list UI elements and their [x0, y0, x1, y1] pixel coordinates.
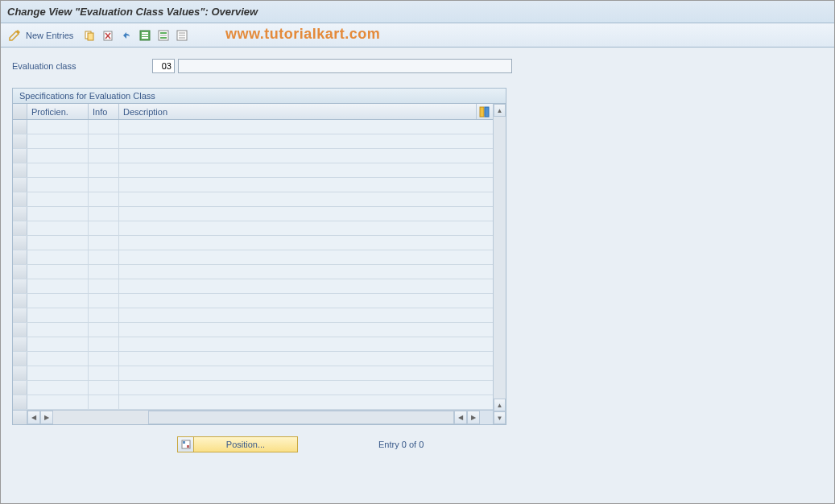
- title-bar: Change View "Evaluation Class Values": O…: [1, 1, 834, 23]
- svg-rect-16: [179, 37, 185, 39]
- row-selector[interactable]: [13, 120, 27, 134]
- specifications-panel: Specifications for Evaluation Class Prof…: [12, 88, 506, 425]
- vertical-scrollbar: ▲ ▲ ▼: [493, 104, 506, 424]
- row-selector[interactable]: [13, 134, 27, 148]
- row-selector[interactable]: [13, 381, 27, 395]
- table-row: [13, 134, 493, 149]
- table-row: [13, 337, 493, 352]
- row-selector[interactable]: [13, 366, 27, 380]
- change-icon[interactable]: [7, 28, 22, 43]
- row-selector[interactable]: [13, 337, 27, 351]
- table-row: [13, 308, 493, 323]
- table-row: [13, 250, 493, 265]
- cell-description[interactable]: [119, 120, 493, 134]
- svg-rect-8: [142, 37, 148, 39]
- svg-rect-6: [142, 32, 148, 34]
- table-row: [13, 149, 493, 163]
- cell-info[interactable]: [89, 120, 119, 134]
- vscroll-up-icon[interactable]: ▲: [494, 104, 506, 117]
- table-row: [13, 294, 493, 308]
- table-row: [13, 366, 493, 381]
- svg-rect-17: [480, 107, 484, 117]
- select-block-icon[interactable]: [156, 28, 171, 43]
- window-title: Change View "Evaluation Class Values": O…: [7, 6, 258, 18]
- row-selector[interactable]: [13, 207, 27, 221]
- vscroll-up2-icon[interactable]: ▲: [494, 399, 506, 411]
- svg-rect-20: [183, 441, 185, 444]
- new-entries-button[interactable]: New Entries: [26, 31, 73, 40]
- row-selector[interactable]: [13, 265, 27, 279]
- table-row: [13, 395, 493, 410]
- svg-rect-1: [88, 33, 93, 40]
- column-header-info[interactable]: Info: [89, 104, 119, 119]
- table-row: [13, 163, 493, 178]
- table-row: [13, 352, 493, 366]
- table-row: [13, 279, 493, 294]
- table-row: [13, 178, 493, 192]
- row-selector[interactable]: [13, 323, 27, 337]
- row-selector[interactable]: [13, 192, 27, 206]
- footer-row: Position... Entry 0 of 0: [12, 436, 823, 452]
- svg-rect-10: [160, 32, 167, 34]
- row-selector[interactable]: [13, 352, 27, 366]
- hscroll-left2-icon[interactable]: ◀: [454, 411, 467, 424]
- row-selector[interactable]: [13, 178, 27, 192]
- hscroll-left-icon[interactable]: ◀: [27, 411, 40, 424]
- copy-icon[interactable]: [82, 28, 97, 43]
- evaluation-class-row: Evaluation class: [12, 59, 823, 73]
- delete-icon[interactable]: [101, 28, 115, 43]
- data-grid: Proficien. Info Description: [13, 104, 506, 424]
- row-selector[interactable]: [13, 236, 27, 250]
- watermark-text: www.tutorialkart.com: [225, 26, 380, 43]
- table-row: [13, 221, 493, 236]
- row-selector[interactable]: [13, 395, 27, 409]
- undo-icon[interactable]: [119, 28, 134, 43]
- deselect-icon[interactable]: [175, 28, 189, 43]
- table-row: [13, 120, 493, 134]
- horizontal-scrollbar: ◀ ▶ ◀ ▶: [13, 410, 493, 424]
- svg-rect-18: [485, 107, 489, 117]
- select-all-header[interactable]: [13, 104, 27, 119]
- grid-body: [13, 120, 493, 410]
- select-all-icon[interactable]: [138, 28, 152, 43]
- vscroll-down-icon[interactable]: ▼: [494, 411, 506, 424]
- position-button[interactable]: Position...: [177, 436, 298, 452]
- svg-rect-11: [160, 35, 167, 36]
- row-selector[interactable]: [13, 279, 27, 293]
- panel-title: Specifications for Evaluation Class: [13, 89, 506, 104]
- hscroll-right-icon[interactable]: ▶: [40, 411, 53, 424]
- svg-rect-21: [187, 445, 189, 448]
- row-selector[interactable]: [13, 308, 27, 322]
- entry-status-text: Entry 0 of 0: [378, 440, 424, 449]
- grid-header-row: Proficien. Info Description: [13, 104, 493, 120]
- row-selector[interactable]: [13, 149, 27, 163]
- column-header-description[interactable]: Description: [119, 104, 477, 119]
- table-row: [13, 323, 493, 337]
- row-selector[interactable]: [13, 163, 27, 177]
- toolbar: New Entries: [1, 23, 834, 48]
- table-row: [13, 265, 493, 279]
- vscroll-track[interactable]: [494, 117, 506, 399]
- row-selector[interactable]: [13, 294, 27, 308]
- evaluation-class-label: Evaluation class: [12, 61, 149, 71]
- svg-rect-12: [160, 37, 167, 39]
- table-settings-icon[interactable]: [477, 104, 493, 119]
- cell-proficiency[interactable]: [27, 120, 89, 134]
- svg-rect-14: [179, 32, 185, 34]
- position-button-label: Position...: [194, 440, 297, 449]
- hscroll-right2-icon[interactable]: ▶: [467, 411, 480, 424]
- table-row: [13, 381, 493, 395]
- svg-rect-15: [179, 35, 185, 36]
- table-row: [13, 192, 493, 207]
- row-selector[interactable]: [13, 221, 27, 235]
- evaluation-class-code-input[interactable]: [152, 59, 175, 73]
- position-icon: [178, 437, 194, 452]
- evaluation-class-desc-input[interactable]: [178, 59, 512, 73]
- svg-rect-7: [142, 35, 148, 36]
- content-area: Evaluation class Specifications for Eval…: [1, 48, 834, 503]
- row-selector[interactable]: [13, 250, 27, 264]
- hscroll-track[interactable]: [148, 411, 454, 424]
- table-row: [13, 207, 493, 221]
- column-header-proficiency[interactable]: Proficien.: [27, 104, 89, 119]
- table-row: [13, 236, 493, 250]
